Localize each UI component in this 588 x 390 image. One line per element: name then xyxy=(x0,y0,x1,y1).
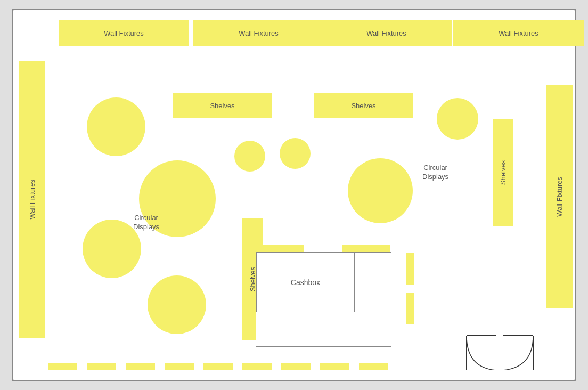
circle-bottom-left xyxy=(148,275,206,334)
circle-small-1 xyxy=(234,141,265,172)
circle-mid-left xyxy=(83,220,141,278)
circle-small-2 xyxy=(280,138,311,169)
floor-plan: Wall Fixtures Wall Fixtures Wall Fixture… xyxy=(12,9,576,381)
wall-fixture-top-2: Wall Fixtures xyxy=(193,20,324,46)
shelves-top-1: Shelves xyxy=(173,93,272,118)
circular-displays-label-left: CircularDisplays xyxy=(133,214,159,232)
door-svg xyxy=(461,325,538,370)
circle-large-top-left xyxy=(87,98,145,156)
cashbox-area: Cashbox xyxy=(256,252,391,347)
wall-fixture-right-outer: Wall Fixtures xyxy=(546,85,573,308)
wall-fixture-top-1: Wall Fixtures xyxy=(59,20,189,46)
circle-right-large xyxy=(348,158,413,223)
cashbox-inner: Cashbox xyxy=(256,253,355,312)
counter-small-right-2 xyxy=(406,292,414,324)
circle-right-small-top xyxy=(437,98,478,140)
wall-fixture-left: Wall Fixtures xyxy=(19,61,45,338)
counter-bar-left xyxy=(256,245,304,252)
wall-fixture-top-4: Wall Fixtures xyxy=(453,20,584,46)
counter-small-right-1 xyxy=(406,253,414,285)
door-container xyxy=(461,325,538,370)
counter-bar-right xyxy=(342,245,390,252)
wall-fixture-top-3: Wall Fixtures xyxy=(321,20,452,46)
bottom-wall-dashes xyxy=(48,363,388,370)
circular-displays-label-right: CircularDisplays xyxy=(422,164,448,182)
shelves-top-2: Shelves xyxy=(314,93,413,118)
shelves-right: Shelves xyxy=(493,119,513,226)
